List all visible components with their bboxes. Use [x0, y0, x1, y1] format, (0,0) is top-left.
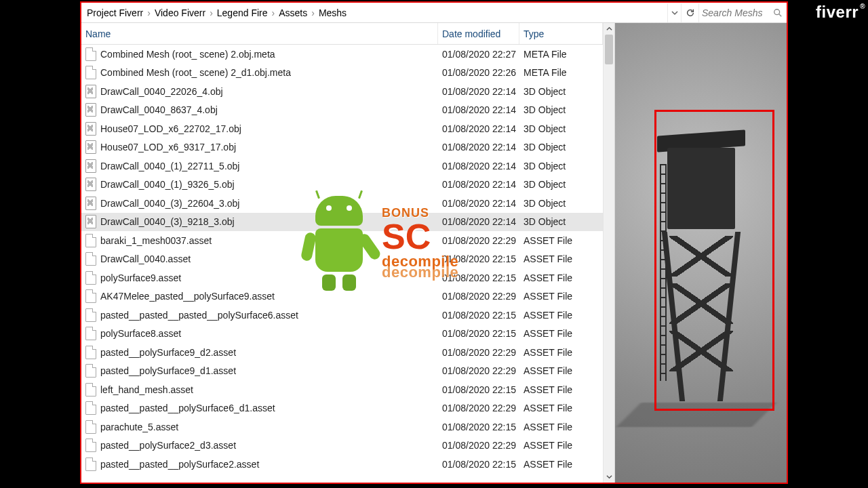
generic-file-icon	[85, 66, 96, 79]
cell-name: DrawCall_0040_(3)_22604_3.obj	[81, 197, 438, 210]
table-row[interactable]: DrawCall_0040_(3)_9218_3.obj01/08/2020 2…	[81, 213, 603, 232]
search-box[interactable]	[698, 3, 787, 22]
cell-name: House07_LOD_x6_22702_17.obj	[81, 122, 438, 136]
breadcrumb[interactable]: Project Fiverr›Video Fiverr›Legend Fire›…	[81, 5, 667, 21]
generic-file-icon	[85, 420, 96, 434]
table-row[interactable]: DrawCall_0040_8637_4.obj01/08/2020 22:14…	[81, 101, 603, 120]
refresh-icon	[686, 8, 695, 18]
generic-file-icon	[85, 364, 96, 378]
scroll-up-button[interactable]	[604, 23, 614, 35]
cell-type: 3D Object	[519, 86, 603, 97]
file-name: AK47Melee_pasted__polySurface9.asset	[100, 291, 275, 302]
chevron-down-icon	[606, 474, 612, 480]
generic-file-icon	[85, 47, 96, 61]
table-row[interactable]: parachute_5.asset01/08/2020 22:15ASSET F…	[81, 418, 603, 436]
cell-type: 3D Object	[519, 198, 603, 209]
file-name: DrawCall_0040_8637_4.obj	[100, 104, 218, 115]
3d-object-file-icon	[85, 140, 96, 154]
breadcrumb-item[interactable]: Legend Fire	[214, 5, 271, 21]
table-row[interactable]: pasted__pasted__pasted__polySurface6.ass…	[81, 306, 603, 325]
scroll-down-button[interactable]	[604, 471, 614, 483]
preview-highlight-frame	[654, 110, 774, 411]
table-row[interactable]: left_hand_mesh.asset01/08/2020 22:15ASSE…	[81, 380, 603, 399]
breadcrumb-item[interactable]: Video Fiverr	[152, 5, 208, 21]
cell-date: 01/08/2020 22:29	[438, 235, 519, 246]
vertical-scrollbar[interactable]	[603, 23, 614, 483]
file-name: Combined Mesh (root_ scene) 2_d1.obj.met…	[100, 67, 291, 78]
file-name: pasted__polySurface2_d3.asset	[100, 440, 236, 451]
cell-date: 01/08/2020 22:14	[438, 179, 519, 190]
chevron-right-icon: ›	[146, 7, 152, 18]
generic-file-icon	[85, 458, 96, 471]
scroll-thumb[interactable]	[605, 35, 613, 64]
table-row[interactable]: House07_LOD_x6_9317_17.obj01/08/2020 22:…	[81, 138, 603, 157]
cell-date: 01/08/2020 22:15	[438, 384, 519, 395]
table-row[interactable]: pasted__pasted__polySurface6_d1.asset01/…	[81, 399, 603, 418]
table-row[interactable]: baraki_1_mesh0037.asset01/08/2020 22:29A…	[81, 231, 603, 250]
table-row[interactable]: Combined Mesh (root_ scene) 2_d1.obj.met…	[81, 64, 603, 83]
cell-type: 3D Object	[519, 123, 603, 134]
table-row[interactable]: DrawCall_0040.asset01/08/2020 22:15ASSET…	[81, 250, 603, 269]
chevron-right-icon: ›	[271, 7, 277, 18]
cell-name: pasted__pasted__polySurface2.asset	[81, 458, 438, 471]
table-row[interactable]: Combined Mesh (root_ scene) 2.obj.meta01…	[81, 45, 603, 64]
cell-date: 01/08/2020 22:14	[438, 86, 519, 97]
search-input[interactable]	[702, 7, 784, 18]
cell-name: House07_LOD_x6_9317_17.obj	[81, 140, 438, 154]
cell-name: DrawCall_0040_(1)_9326_5.obj	[81, 178, 438, 191]
file-name: DrawCall_0040_(3)_9218_3.obj	[100, 216, 235, 227]
generic-file-icon	[85, 289, 96, 303]
generic-file-icon	[85, 383, 96, 396]
3d-object-file-icon	[85, 159, 96, 173]
address-bar: Project Fiverr›Video Fiverr›Legend Fire›…	[81, 3, 787, 23]
breadcrumb-history-dropdown[interactable]	[667, 3, 681, 22]
cell-type: 3D Object	[519, 104, 603, 115]
column-date-modified[interactable]: Date modified	[438, 23, 519, 44]
table-row[interactable]: DrawCall_0040_(1)_22711_5.obj01/08/2020 …	[81, 157, 603, 176]
scroll-track[interactable]	[604, 35, 614, 471]
generic-file-icon	[85, 252, 96, 266]
breadcrumb-item[interactable]: Assets	[276, 5, 310, 21]
cell-type: ASSET File	[519, 365, 603, 376]
cell-date: 01/08/2020 22:29	[438, 291, 519, 302]
table-row[interactable]: pasted__polySurface9_d2.asset01/08/2020 …	[81, 343, 603, 362]
3d-object-file-icon	[85, 215, 96, 228]
cell-date: 01/08/2020 22:27	[438, 49, 519, 60]
table-row[interactable]: House07_LOD_x6_22702_17.obj01/08/2020 22…	[81, 119, 603, 138]
cell-name: DrawCall_0040.asset	[81, 252, 438, 266]
table-row[interactable]: DrawCall_0040_22026_4.obj01/08/2020 22:1…	[81, 82, 603, 101]
cell-name: baraki_1_mesh0037.asset	[81, 234, 438, 247]
table-row[interactable]: DrawCall_0040_(3)_22604_3.obj01/08/2020 …	[81, 194, 603, 213]
file-name: baraki_1_mesh0037.asset	[100, 235, 212, 246]
3d-object-file-icon	[85, 85, 96, 98]
file-name: DrawCall_0040_(1)_22711_5.obj	[100, 161, 239, 171]
column-type[interactable]: Type	[519, 23, 603, 44]
cell-name: Combined Mesh (root_ scene) 2_d1.obj.met…	[81, 66, 438, 79]
explorer-window: Project Fiverr›Video Fiverr›Legend Fire›…	[80, 1, 788, 484]
table-row[interactable]: pasted__polySurface9_d1.asset01/08/2020 …	[81, 362, 603, 381]
table-row[interactable]: polySurface8.asset01/08/2020 22:15ASSET …	[81, 325, 603, 344]
file-name: pasted__polySurface9_d1.asset	[100, 365, 236, 376]
refresh-button[interactable]	[681, 3, 698, 22]
column-name[interactable]: Name	[81, 23, 438, 44]
generic-file-icon	[85, 308, 96, 322]
cell-name: polySurface9.asset	[81, 271, 438, 285]
cell-date: 01/08/2020 22:14	[438, 104, 519, 115]
table-row[interactable]: DrawCall_0040_(1)_9326_5.obj01/08/2020 2…	[81, 176, 603, 195]
generic-file-icon	[85, 401, 96, 415]
cell-name: pasted__polySurface9_d1.asset	[81, 364, 438, 378]
table-row[interactable]: pasted__polySurface2_d3.asset01/08/2020 …	[81, 436, 603, 455]
table-row[interactable]: AK47Melee_pasted__polySurface9.asset01/0…	[81, 287, 603, 306]
table-row[interactable]: pasted__pasted__polySurface2.asset01/08/…	[81, 455, 603, 474]
table-row[interactable]: polySurface9.asset01/08/2020 22:15ASSET …	[81, 268, 603, 287]
cell-name: polySurface8.asset	[81, 327, 438, 340]
cell-name: DrawCall_0040_(1)_22711_5.obj	[81, 159, 438, 173]
cell-type: META File	[519, 49, 603, 60]
cell-type: ASSET File	[519, 272, 603, 283]
generic-file-icon	[85, 439, 96, 452]
breadcrumb-item[interactable]: Meshs	[316, 5, 349, 21]
cell-name: Combined Mesh (root_ scene) 2.obj.meta	[81, 47, 438, 61]
fiverr-logo-text: fiverr	[816, 3, 859, 22]
breadcrumb-item[interactable]: Project Fiverr	[84, 5, 146, 21]
content-area: Name Date modified Type Combined Mesh (r…	[81, 23, 787, 483]
